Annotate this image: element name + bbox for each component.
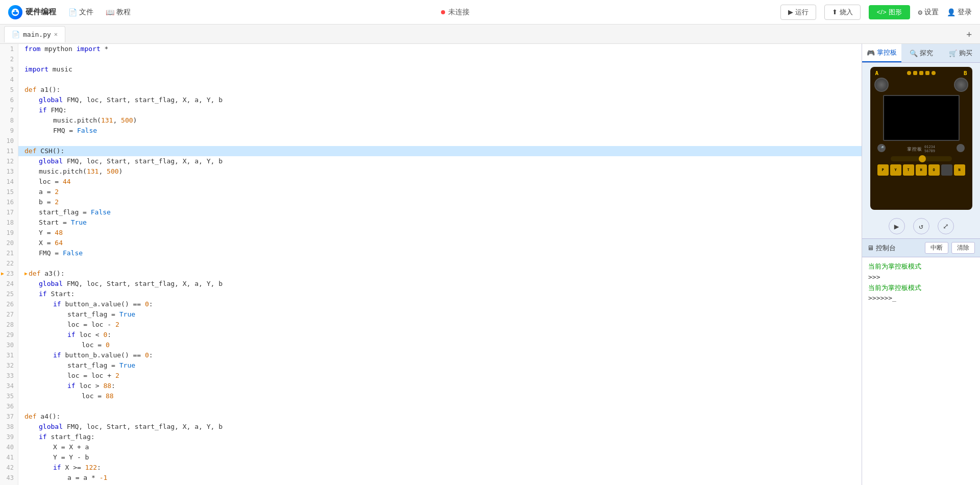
console-line-4: >>>>>>_	[868, 293, 974, 304]
console-stop-button[interactable]: 中断	[925, 242, 948, 254]
line-num-10: 10	[0, 136, 18, 146]
line-num-11: 11	[0, 146, 18, 156]
line-num-22: 22	[0, 258, 18, 269]
tab-buy[interactable]: 🛒 购买	[941, 44, 980, 62]
line-num-29: 29	[0, 330, 18, 340]
code-line-36	[18, 401, 862, 411]
console-line-1: 当前为掌控板模式	[868, 261, 974, 272]
line-num-7: 7	[0, 105, 18, 115]
code-line-17: start_flag = False	[18, 207, 862, 217]
line-num-37: 37	[0, 411, 18, 422]
code-line-12: global FMQ, loc, Start, start_flag, X, a…	[18, 156, 862, 166]
tab-controller[interactable]: 🎮 掌控板	[862, 44, 901, 62]
line-num-36: 36	[0, 401, 18, 411]
code-line-23: ▶ def a3():	[18, 269, 862, 279]
code-line-2	[18, 54, 862, 64]
play-button[interactable]: ▶	[889, 218, 905, 234]
tabbar: 📄 main.py ✕ +	[0, 25, 980, 44]
cart-icon: 🛒	[949, 50, 957, 57]
device-btn-spacer	[941, 164, 952, 176]
device-brand-nums: 0123456789	[924, 145, 935, 153]
line-num-26: 26	[0, 299, 18, 309]
code-line-40: X = X + a	[18, 442, 862, 452]
logo-icon	[8, 5, 22, 19]
line-num-44: 44	[0, 483, 18, 485]
device-controls: ▶ ↺ ⤢	[862, 214, 980, 238]
code-line-21: FMQ = False	[18, 248, 862, 258]
line-num-38: 38	[0, 422, 18, 432]
device-slider-row	[870, 155, 972, 162]
device-slider	[891, 156, 952, 161]
editor-scroll[interactable]: 1 2 3 4 5 6 7 8 9 10 11 12 13 14 15 16 1…	[0, 44, 862, 485]
code-line-1: from mpython import *	[18, 44, 862, 54]
code-line-13: music.pitch(131, 500)	[18, 166, 862, 177]
console-section: 🖥 控制台 中断 清除 当前为掌控板模式 >>> 当前为掌控板模式 >>>>>>…	[862, 238, 980, 485]
code-line-29: if loc < 0:	[18, 330, 862, 340]
code-line-42: if X >= 122:	[18, 463, 862, 473]
reset-button[interactable]: ↺	[913, 218, 929, 234]
fullscreen-button[interactable]: ⤢	[938, 218, 954, 234]
login-button[interactable]: 👤 登录	[947, 8, 972, 17]
code-line-37: def a4():	[18, 411, 862, 422]
tab-close-button[interactable]: ✕	[54, 31, 58, 38]
right-tabs: 🎮 掌控板 🔍 探究 🛒 购买	[862, 44, 980, 63]
device-btn-t: T	[903, 164, 914, 176]
console-buttons: 中断 清除	[925, 242, 975, 254]
run-icon: ▶	[788, 8, 793, 16]
code-line-10	[18, 136, 862, 146]
line-num-13: 13	[0, 166, 18, 177]
controller-icon: 🎮	[867, 49, 875, 57]
connection-status: 未连接	[143, 8, 768, 17]
user-icon: 👤	[947, 8, 955, 16]
app-name: 硬件编程	[26, 7, 56, 17]
line-num-9: 9	[0, 126, 18, 136]
line-num-33: 33	[0, 371, 18, 381]
graphic-button[interactable]: </> 图形	[869, 5, 910, 19]
line-num-42: 42	[0, 463, 18, 473]
code-line-19: Y = 48	[18, 228, 862, 238]
device-btn-h: H	[916, 164, 927, 176]
code-line-44: if X <= 5:	[18, 483, 862, 485]
line-num-28: 28	[0, 320, 18, 330]
tab-add-button[interactable]: +	[962, 29, 976, 39]
code-line-14: loc = 44	[18, 177, 862, 187]
line-num-16: 16	[0, 197, 18, 207]
line-num-4: 4	[0, 75, 18, 85]
device-preview: A B	[862, 63, 980, 214]
code-line-28: loc = loc - 2	[18, 320, 862, 330]
file-icon: 📄	[68, 8, 77, 16]
code-line-34: if loc > 88:	[18, 381, 862, 391]
device-slider-knob	[919, 155, 926, 162]
import-button[interactable]: ⬆ 烧入	[824, 5, 861, 20]
code-content[interactable]: from mpython import * import music def a…	[18, 44, 862, 485]
device-btn-p: P	[877, 164, 889, 176]
tutorial-icon: 📖	[106, 8, 114, 16]
line-num-14: 14	[0, 177, 18, 187]
code-line-35: loc = 88	[18, 391, 862, 401]
console-content: 当前为掌控板模式 >>> 当前为掌控板模式 >>>>>>_	[862, 257, 980, 485]
code-line-16: b = 2	[18, 197, 862, 207]
menu-file[interactable]: 📄 文件	[68, 8, 93, 17]
menu-tutorial[interactable]: 📖 教程	[106, 8, 131, 17]
line-num-6: 6	[0, 95, 18, 105]
line-num-34: 34	[0, 381, 18, 391]
line-num-8: 8	[0, 115, 18, 126]
run-button[interactable]: ▶ 运行	[780, 5, 816, 20]
settings-button[interactable]: ⚙ 设置	[918, 8, 939, 17]
status-dot-icon	[441, 10, 445, 14]
code-line-15: a = 2	[18, 187, 862, 197]
console-clear-button[interactable]: 清除	[951, 242, 975, 254]
code-line-7: if FMQ:	[18, 105, 862, 115]
line-num-27: 27	[0, 309, 18, 320]
console-line-2: >>>	[868, 272, 974, 283]
settings-icon: ⚙	[918, 8, 922, 16]
line-num-35: 35	[0, 391, 18, 401]
tab-explore[interactable]: 🔍 探究	[901, 44, 941, 62]
code-line-3: import music	[18, 64, 862, 75]
import-icon: ⬆	[832, 8, 838, 16]
line-num-5: 5	[0, 85, 18, 95]
tab-main-py[interactable]: 📄 main.py ✕	[4, 26, 65, 42]
app-logo[interactable]: 硬件编程	[8, 5, 56, 19]
device-light-icon	[957, 144, 965, 152]
device-screen-display	[884, 96, 959, 140]
